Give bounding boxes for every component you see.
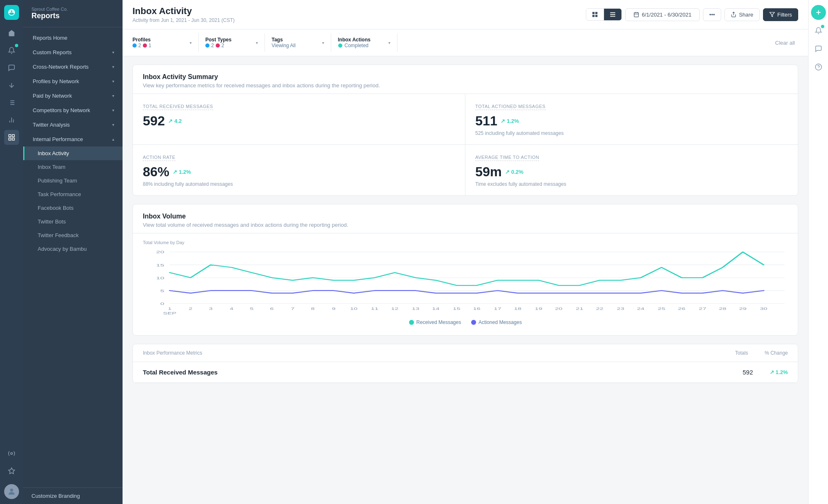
- main-content: Inbox Activity Activity from Jun 1, 2021…: [123, 0, 808, 504]
- received-line: [170, 252, 764, 286]
- sidebar-nav: Reports Home Custom Reports ▾ Cross-Netw…: [23, 27, 123, 487]
- svg-text:15: 15: [156, 263, 164, 267]
- metric-avg-time: Average Time to Action 59m ↗ 0.2% Time e…: [465, 145, 798, 195]
- nav-icon-messages[interactable]: [4, 60, 19, 75]
- chevron-icon: ▾: [112, 50, 114, 55]
- metric-action-rate: Action Rate 86% ↗ 1.2% 88% including ful…: [133, 145, 465, 195]
- chevron-icon: ▾: [112, 108, 114, 113]
- line-chart: 20 15 10 5 0 1 2 3 4 5 6: [143, 248, 788, 314]
- svg-rect-18: [595, 12, 597, 14]
- sidebar-item-twitter-analysis[interactable]: Twitter Analysis ▾: [23, 118, 123, 132]
- summary-card-header: Inbox Activity Summary View key performa…: [133, 65, 798, 94]
- chart-area: Total Volume by Day 20 15 10 5 0: [133, 233, 798, 335]
- right-bar: [808, 0, 828, 504]
- table-card-header: Inbox Performance Metrics Totals % Chang…: [133, 344, 798, 362]
- nav-icon-star[interactable]: [4, 463, 19, 478]
- nav-icon-reports[interactable]: [4, 130, 19, 145]
- content-area: Inbox Activity Summary View key performa…: [123, 56, 808, 504]
- svg-text:0: 0: [160, 301, 164, 306]
- svg-rect-10: [9, 134, 11, 137]
- svg-rect-12: [12, 138, 14, 140]
- svg-text:14: 14: [432, 307, 440, 311]
- svg-text:21: 21: [576, 307, 583, 311]
- sidebar-item-cross-network[interactable]: Cross-Network Reports ▾: [23, 60, 123, 74]
- filter-post-types[interactable]: Post Types 2 2 ▾: [199, 34, 265, 52]
- nav-icon-analytics[interactable]: [4, 113, 19, 127]
- nav-icon-publish[interactable]: [4, 78, 19, 93]
- svg-text:26: 26: [678, 307, 686, 311]
- sidebar-sub-item-publishing-team[interactable]: Publishing Team: [23, 174, 123, 187]
- grid-view-button[interactable]: [586, 9, 604, 20]
- volume-card-header: Inbox Volume View total volume of receiv…: [133, 204, 798, 233]
- nav-icon-automations[interactable]: [4, 446, 19, 461]
- col-change-label: % Change: [765, 350, 788, 356]
- chevron-down-icon: ▾: [190, 41, 192, 45]
- nav-icon-tasks[interactable]: [4, 95, 19, 110]
- chevron-down-icon: ▾: [256, 41, 258, 45]
- svg-text:10: 10: [350, 307, 358, 311]
- right-icon-help[interactable]: [811, 60, 826, 74]
- table-label: Inbox Performance Metrics: [143, 350, 202, 356]
- svg-text:24: 24: [637, 307, 645, 311]
- sidebar-sub-item-inbox-team[interactable]: Inbox Team: [23, 160, 123, 174]
- summary-title: Inbox Activity Summary: [143, 73, 788, 81]
- sidebar-item-paid-by-network[interactable]: Paid by Network ▾: [23, 89, 123, 103]
- svg-rect-23: [610, 16, 615, 17]
- topbar-right: 6/1/2021 - 6/30/2021 ••• Share Filters: [586, 8, 798, 21]
- user-avatar[interactable]: [4, 484, 19, 499]
- chevron-icon: ▾: [112, 122, 114, 127]
- icon-bar: [0, 0, 23, 504]
- sidebar-sub-item-inbox-activity[interactable]: Inbox Activity: [23, 146, 123, 160]
- nav-icon-notifications[interactable]: [4, 43, 19, 58]
- date-range-button[interactable]: 6/1/2021 - 6/30/2021: [625, 8, 700, 21]
- svg-text:3: 3: [209, 307, 212, 311]
- sidebar-sub-item-twitter-feedback[interactable]: Twitter Feedback: [23, 228, 123, 242]
- volume-title: Inbox Volume: [143, 213, 788, 220]
- list-view-button[interactable]: [604, 9, 621, 20]
- sidebar-sub-item-advocacy-by-bambu[interactable]: Advocacy by Bambu: [23, 242, 123, 256]
- svg-rect-24: [634, 12, 639, 17]
- more-options-button[interactable]: •••: [703, 8, 721, 21]
- chevron-icon: ▾: [112, 79, 114, 84]
- chevron-icon: ▾: [112, 65, 114, 69]
- sidebar-item-custom-reports[interactable]: Custom Reports ▾: [23, 45, 123, 60]
- filterbar: Profiles 2 1 ▾ Post Types 2 2: [123, 29, 808, 56]
- sidebar-sub-item-facebook-bots[interactable]: Facebook Bots: [23, 201, 123, 215]
- right-icon-chat[interactable]: [811, 41, 826, 56]
- sidebar-item-profiles-by-network[interactable]: Profiles by Network ▾: [23, 74, 123, 89]
- filter-tags[interactable]: Tags Viewing All ▾: [265, 34, 331, 52]
- chart-label: Total Volume by Day: [143, 240, 788, 245]
- svg-text:29: 29: [739, 307, 746, 311]
- svg-text:9: 9: [332, 307, 335, 311]
- svg-text:30: 30: [760, 307, 768, 311]
- filter-profiles[interactable]: Profiles 2 1 ▾: [132, 34, 199, 52]
- svg-text:23: 23: [617, 307, 624, 311]
- sidebar-sub-item-twitter-bots[interactable]: Twitter Bots: [23, 215, 123, 228]
- page-subtitle: Activity from Jun 1, 2021 - Jun 30, 2021…: [132, 17, 235, 23]
- svg-text:28: 28: [719, 307, 727, 311]
- sidebar-sub-item-task-performance[interactable]: Task Performance: [23, 187, 123, 201]
- sidebar-item-competitors-by-network[interactable]: Competitors by Network ▾: [23, 103, 123, 118]
- share-button[interactable]: Share: [724, 8, 760, 21]
- chevron-icon: ▴: [112, 137, 114, 142]
- col-totals-label: Totals: [735, 350, 748, 356]
- svg-text:12: 12: [391, 307, 399, 311]
- volume-subtitle: View total volume of received messages a…: [143, 222, 788, 228]
- legend-actioned: Actioned Messages: [471, 319, 522, 325]
- nav-icon-home[interactable]: [4, 26, 19, 41]
- svg-point-14: [11, 453, 13, 455]
- clear-all-button[interactable]: Clear all: [772, 36, 798, 49]
- svg-text:5: 5: [160, 288, 164, 293]
- twitter-dot-icon: [205, 43, 209, 48]
- sidebar-item-reports-home[interactable]: Reports Home: [23, 31, 123, 45]
- filter-inbox-actions[interactable]: Inbox Actions Completed ▾: [331, 34, 397, 52]
- compose-button[interactable]: [811, 5, 826, 20]
- right-icon-notifications[interactable]: [811, 23, 826, 38]
- sidebar-footer-branding[interactable]: Customize Branding: [23, 487, 123, 504]
- page-title: Inbox Activity: [132, 6, 235, 17]
- summary-grid: Total Received Messages 592 ↗ 4.2 Total …: [133, 94, 798, 195]
- svg-text:17: 17: [494, 307, 501, 311]
- sidebar-item-internal-performance[interactable]: Internal Performance ▴: [23, 132, 123, 146]
- filters-button[interactable]: Filters: [763, 8, 798, 21]
- topbar: Inbox Activity Activity from Jun 1, 2021…: [123, 0, 808, 29]
